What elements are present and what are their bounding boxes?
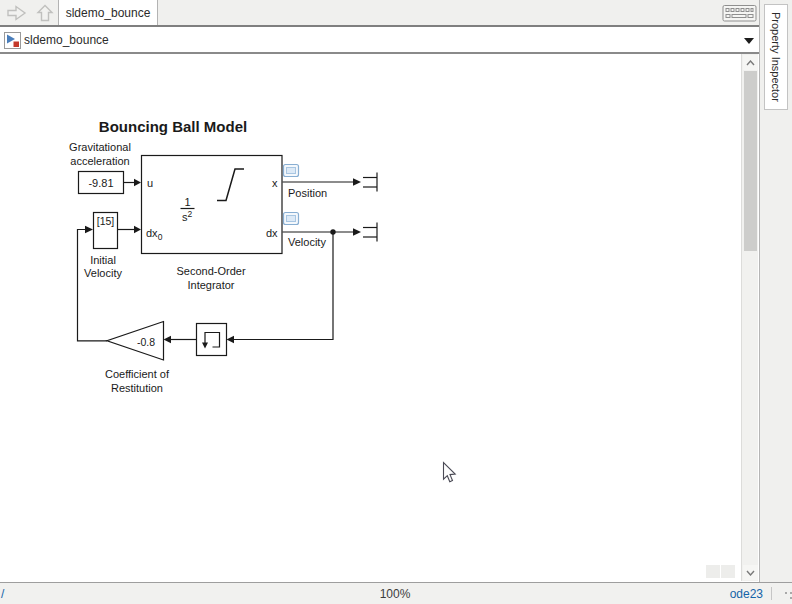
breadcrumb-dropdown-icon[interactable] xyxy=(744,38,754,44)
property-inspector-label: Property Inspector xyxy=(770,12,782,102)
solver-label[interactable]: ode23 xyxy=(730,587,763,601)
constant-block-name-line1[interactable]: Gravitational xyxy=(69,141,131,153)
port-label-u: u xyxy=(147,177,153,189)
up-arrow-icon[interactable] xyxy=(34,4,56,22)
ic-block-name-line2[interactable]: Velocity xyxy=(84,267,122,279)
gain-value: -0.8 xyxy=(137,336,155,348)
scroll-down-icon[interactable] xyxy=(743,565,758,580)
integrator-name-line2[interactable]: Integrator xyxy=(187,279,234,291)
port-label-x: x xyxy=(272,177,278,189)
memory-block[interactable] xyxy=(197,324,227,356)
property-inspector-strip: Property Inspector xyxy=(759,0,792,582)
constant-block[interactable]: -9.81 xyxy=(79,172,124,194)
gain-name-line1[interactable]: Coefficient of xyxy=(105,368,170,380)
out-element-position-icon[interactable] xyxy=(363,173,377,192)
ic-block-name-line1[interactable]: Initial xyxy=(90,254,116,266)
forward-arrow-icon[interactable] xyxy=(6,4,28,22)
mouse-cursor-icon xyxy=(444,463,456,482)
property-inspector-tab[interactable]: Property Inspector xyxy=(764,4,788,110)
status-path[interactable]: / xyxy=(1,587,4,601)
gain-block[interactable]: -0.8 xyxy=(107,322,164,361)
scrollbar-thumb[interactable] xyxy=(744,71,757,251)
simulink-model-icon xyxy=(4,32,21,49)
keyboard-icon[interactable] xyxy=(722,4,758,23)
model-canvas[interactable]: Bouncing Ball Model Gravitational accele… xyxy=(0,54,741,581)
signal-badge-velocity-icon[interactable] xyxy=(284,213,299,225)
scroll-up-icon[interactable] xyxy=(743,55,758,70)
simulink-window: { "tab_bar": { "tab_title": "sldemo_boun… xyxy=(0,0,792,604)
signal-label-position[interactable]: Position xyxy=(288,187,327,199)
scroll-ghost xyxy=(706,565,720,578)
resize-grip-icon[interactable] xyxy=(785,592,787,594)
annotation-title[interactable]: Bouncing Ball Model xyxy=(99,118,247,135)
scroll-ghost xyxy=(721,565,735,578)
tab-label: sldemo_bounce xyxy=(66,6,151,20)
tab-bar: sldemo_bounce xyxy=(0,0,760,27)
breadcrumb-model-name: sldemo_bounce xyxy=(24,33,109,47)
status-bar: / 100% ode23 xyxy=(0,582,792,604)
signal-label-velocity[interactable]: Velocity xyxy=(288,236,326,248)
gain-name-line2[interactable]: Restitution xyxy=(111,382,163,394)
second-order-integrator-block[interactable]: u dx0 x dx 1 s2 xyxy=(142,156,283,254)
initial-condition-block[interactable]: [15] xyxy=(94,213,118,249)
block-diagram: Bouncing Ball Model Gravitational accele… xyxy=(0,54,741,581)
signal-badge-position-icon[interactable] xyxy=(284,165,299,177)
out-element-velocity-icon[interactable] xyxy=(363,223,377,242)
integrator-name-line1[interactable]: Second-Order xyxy=(176,265,245,277)
zoom-level: 100% xyxy=(360,587,430,601)
vertical-scrollbar[interactable] xyxy=(741,54,758,581)
status-divider xyxy=(771,587,772,600)
breadcrumb-bar[interactable]: sldemo_bounce xyxy=(0,27,760,54)
tab-sldemo-bounce[interactable]: sldemo_bounce xyxy=(58,0,158,25)
port-label-dx: dx xyxy=(266,227,278,239)
constant-block-name-line2[interactable]: acceleration xyxy=(70,155,129,167)
initial-condition-value: [15] xyxy=(97,215,115,227)
constant-value: -9.81 xyxy=(88,177,113,189)
transfer-fn-numerator: 1 xyxy=(184,196,190,208)
